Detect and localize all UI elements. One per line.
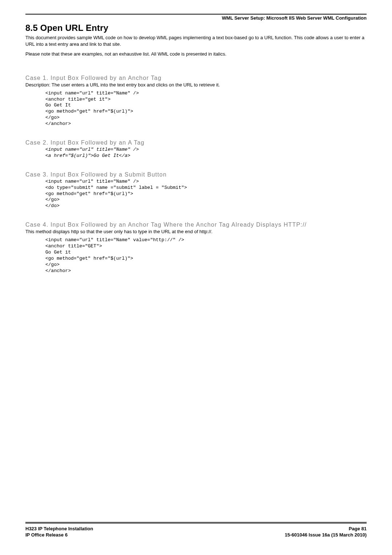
header-rule-thick	[25, 14, 367, 15]
case4-description: This method displays http so that the us…	[25, 229, 367, 234]
intro-paragraph-1: This document provides sample WML code o…	[25, 35, 367, 47]
page-footer: H323 IP Telephone Installation Page 81 I…	[25, 522, 367, 538]
footer-left-2: IP Office Release 6	[25, 532, 68, 538]
case1-code: <input name="url" title="Name" /> <ancho…	[45, 90, 367, 127]
footer-left-1: H323 IP Telephone Installation	[25, 526, 93, 532]
page: WML Server Setup: Microsoft IIS Web Serv…	[0, 0, 392, 555]
footer-rule-thick	[25, 523, 367, 523]
footer-row-1: H323 IP Telephone Installation Page 81	[25, 526, 367, 532]
footer-right-2: 15-601046 Issue 16a (15 March 2010)	[285, 532, 367, 538]
case4-heading: Case 4. Input Box Followed by an Anchor …	[25, 222, 367, 228]
case3-heading: Case 3. Input Box Followed by a Submit B…	[25, 171, 367, 178]
footer-row-2: IP Office Release 6 15-601046 Issue 16a …	[25, 532, 367, 538]
footer-right-1: Page 81	[349, 526, 367, 532]
running-header: WML Server Setup: Microsoft IIS Web Serv…	[25, 15, 367, 21]
section-title: 8.5 Open URL Entry	[25, 23, 367, 33]
case3-code: <input name="url" title="Name" /> <do ty…	[45, 179, 367, 209]
case1-description: Description: The user enters a URL into …	[25, 82, 367, 88]
case1-heading: Case 1. Input Box Followed by an Anchor …	[25, 75, 367, 81]
footer-rule-thin	[25, 522, 367, 522]
case2-code: <input name="url" title="Name" /> <a hre…	[45, 147, 367, 159]
intro-paragraph-2: Please note that these are examples, not…	[25, 51, 367, 57]
case4-code: <input name="url" title="Name" value="ht…	[45, 237, 367, 274]
case2-heading: Case 2. Input Box Followed by an A Tag	[25, 139, 367, 146]
